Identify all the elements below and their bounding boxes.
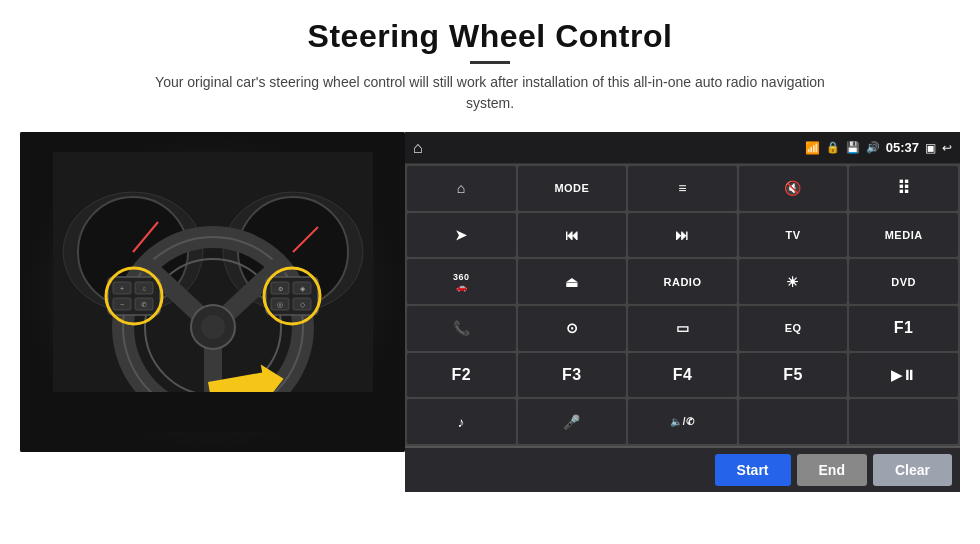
lock-icon: 🔒 [826,141,840,154]
action-bar: Start End Clear [405,446,960,492]
btn-media[interactable]: MEDIA [849,213,958,258]
start-button[interactable]: Start [715,454,791,486]
btn-send[interactable]: ➤ [407,213,516,258]
screen-icon: ▣ [925,141,936,155]
btn-volphone[interactable]: 🔈/✆ [628,399,737,444]
btn-playpause[interactable]: ▶⏸ [849,353,958,398]
status-time: 05:37 [886,140,919,155]
page-container: Steering Wheel Control Your original car… [0,0,980,544]
steering-wheel-image: km/h RPM [20,132,405,452]
status-right: 📶 🔒 💾 🔊 05:37 ▣ ↩ [805,140,952,155]
home-icon[interactable]: ⌂ [413,139,423,157]
btn-next[interactable]: ⏭ [628,213,737,258]
svg-point-16 [201,315,225,339]
sd-icon: 💾 [846,141,860,154]
btn-prev[interactable]: ⏮ [518,213,627,258]
btn-cam360[interactable]: 360🚗 [407,259,516,304]
button-grid: ⌂ MODE ≡ 🔇 ⠿ ➤ ⏮ ⏭ TV MEDIA 360🚗 ⏏ RADIO… [405,164,960,446]
btn-eq[interactable]: EQ [739,306,848,351]
btn-tv[interactable]: TV [739,213,848,258]
steering-bg: km/h RPM [20,132,405,452]
status-left: ⌂ [413,139,423,157]
btn-mute[interactable]: 🔇 [739,166,848,211]
status-bar: ⌂ 📶 🔒 💾 🔊 05:37 ▣ ↩ [405,132,960,164]
btn-mic[interactable]: 🎤 [518,399,627,444]
btn-mode[interactable]: MODE [518,166,627,211]
btn-empty1 [739,399,848,444]
btn-f2[interactable]: F2 [407,353,516,398]
btn-eject[interactable]: ⏏ [518,259,627,304]
back-icon[interactable]: ↩ [942,141,952,155]
btn-bright[interactable]: ☀ [739,259,848,304]
svg-text:+: + [119,285,123,292]
btn-f5[interactable]: F5 [739,353,848,398]
btn-dvd[interactable]: DVD [849,259,958,304]
title-section: Steering Wheel Control Your original car… [150,18,830,114]
btn-list[interactable]: ≡ [628,166,737,211]
svg-text:✆: ✆ [141,301,147,308]
btn-empty2 [849,399,958,444]
btn-nav2[interactable]: ⊙ [518,306,627,351]
content-area: km/h RPM [20,132,960,492]
btn-f3[interactable]: F3 [518,353,627,398]
btn-apps[interactable]: ⠿ [849,166,958,211]
svg-rect-38 [53,392,373,432]
end-button[interactable]: End [797,454,867,486]
clear-button[interactable]: Clear [873,454,952,486]
btn-phone[interactable]: 📞 [407,306,516,351]
btn-rect[interactable]: ▭ [628,306,737,351]
steering-wheel-svg: km/h RPM [53,152,373,432]
controls-panel: ⌂ 📶 🔒 💾 🔊 05:37 ▣ ↩ ⌂ MODE ≡ 🔇 [405,132,960,492]
page-title: Steering Wheel Control [150,18,830,55]
btn-music[interactable]: ♪ [407,399,516,444]
svg-text:◎: ◎ [277,301,283,308]
svg-text:♫: ♫ [141,286,146,292]
page-subtitle: Your original car's steering wheel contr… [150,72,830,114]
btn-radio[interactable]: RADIO [628,259,737,304]
svg-text:−: − [119,301,123,308]
bluetooth-icon: 🔊 [866,141,880,154]
svg-text:⚙: ⚙ [277,286,282,292]
btn-f1[interactable]: F1 [849,306,958,351]
wifi-icon: 📶 [805,141,820,155]
btn-nav[interactable]: ⌂ [407,166,516,211]
btn-f4[interactable]: F4 [628,353,737,398]
title-divider [470,61,510,64]
